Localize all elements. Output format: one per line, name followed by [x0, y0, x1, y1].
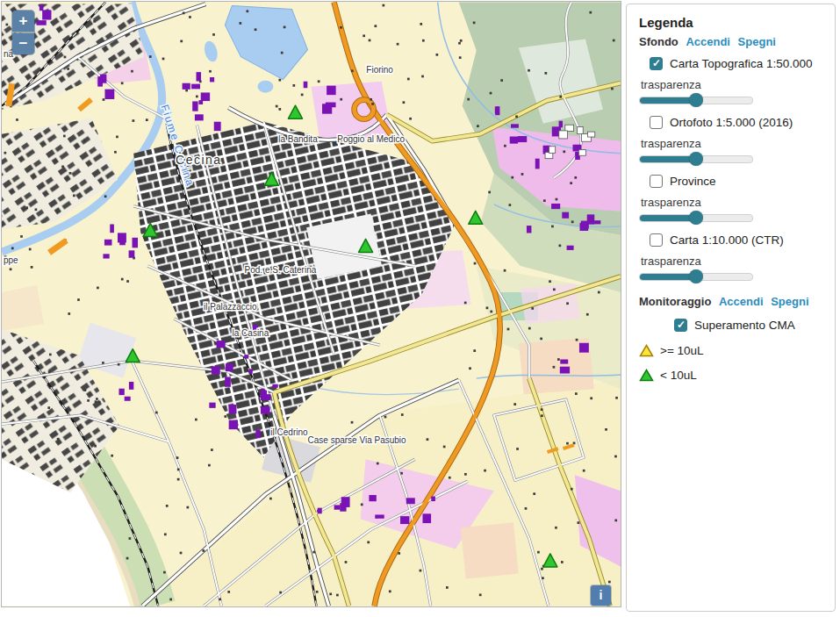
layer-row-carta-topografica[interactable]: Carta Topografica 1:50.000: [650, 57, 824, 70]
slider-fill: [640, 215, 696, 221]
background-accendi-link[interactable]: Accendi: [686, 35, 730, 48]
background-spegni-link[interactable]: Spegni: [738, 35, 776, 48]
monitoring-accendi-link[interactable]: Accendi: [719, 295, 764, 308]
layer-label: Carta Topografica 1:50.000: [670, 57, 813, 70]
transparency-slider[interactable]: [639, 273, 753, 281]
layer-label: Superamento CMA: [694, 319, 795, 332]
layer-row-superamento-cma[interactable]: Superamento CMA: [674, 319, 824, 332]
layer-checkbox[interactable]: [650, 233, 663, 247]
background-section-label: Sfondo: [639, 35, 678, 48]
map-label: Poggio al Medico: [337, 134, 405, 144]
transparency-slider[interactable]: [639, 97, 753, 104]
map-label: Cecina: [176, 153, 222, 167]
monitoring-section-label: Monitoraggio: [639, 295, 711, 308]
map-label: ppe: [4, 255, 18, 265]
layer-label: Ortofoto 1:5.000 (2016): [670, 116, 793, 129]
map-label: Case sparse Via Pasubio: [308, 435, 407, 445]
slider-fill: [640, 97, 696, 104]
slider-thumb[interactable]: [689, 269, 703, 283]
transparency-slider[interactable]: [639, 155, 753, 163]
map-label: la Casina: [233, 328, 269, 338]
zoom-in-button[interactable]: +: [12, 11, 34, 32]
background-section: Sfondo Accendi Spegni: [639, 35, 824, 48]
transparency-label: trasparenza: [641, 196, 824, 209]
green-triangle-icon: [639, 369, 654, 382]
legend-class-label: < 10uL: [660, 369, 697, 382]
slider-fill: [640, 156, 696, 162]
yellow-triangle-icon: [639, 344, 654, 357]
slider-thumb[interactable]: [689, 152, 703, 166]
transparency-label: trasparenza: [641, 78, 824, 91]
zoom-out-button[interactable]: −: [12, 33, 34, 54]
layer-checkbox[interactable]: [650, 175, 663, 188]
monitoring-section: Monitoraggio Accendi Spegni: [639, 295, 824, 308]
map-label: il Palazzaccio: [204, 302, 257, 312]
map-label: Pod. e S. Caterina: [245, 265, 317, 275]
map-container: Fiume CecinanappeFiorinola BanditaPoggio…: [1, 1, 621, 607]
layer-checkbox[interactable]: [650, 57, 663, 70]
slider-fill: [640, 274, 696, 280]
layer-label: Carta 1:10.000 (CTR): [670, 233, 784, 247]
layer-checkbox[interactable]: [650, 116, 663, 129]
legend-class-gte10: >= 10uL: [639, 344, 824, 357]
slider-thumb[interactable]: [689, 93, 703, 107]
layer-row-province[interactable]: Province: [650, 175, 824, 188]
slider-thumb[interactable]: [689, 211, 703, 225]
legend-class-label: >= 10uL: [660, 344, 704, 357]
map-label: la Bandita: [278, 134, 318, 144]
transparency-label: trasparenza: [641, 255, 824, 268]
transparency-label: trasparenza: [641, 137, 824, 150]
info-button[interactable]: i: [591, 585, 611, 606]
app-window: Fiume CecinanappeFiorinola BanditaPoggio…: [0, 0, 840, 617]
layer-checkbox[interactable]: [674, 319, 687, 332]
map-canvas[interactable]: Fiume CecinanappeFiorinola BanditaPoggio…: [2, 2, 621, 606]
legend-class-lt10: < 10uL: [639, 369, 824, 382]
layer-row-ortofoto[interactable]: Ortofoto 1:5.000 (2016): [650, 116, 824, 129]
monitoring-spegni-link[interactable]: Spegni: [771, 295, 808, 308]
layer-row-carta-ctr[interactable]: Carta 1:10.000 (CTR): [650, 233, 824, 247]
map-label: Fiorino: [366, 65, 393, 75]
map-label: il Cedrino: [270, 427, 308, 437]
legend-title: Legenda: [639, 15, 824, 30]
transparency-slider[interactable]: [639, 214, 753, 222]
legend-panel: Legenda Sfondo Accendi Spegni Carta Topo…: [626, 4, 836, 612]
zoom-control: + −: [12, 11, 34, 54]
layer-label: Province: [670, 175, 716, 188]
